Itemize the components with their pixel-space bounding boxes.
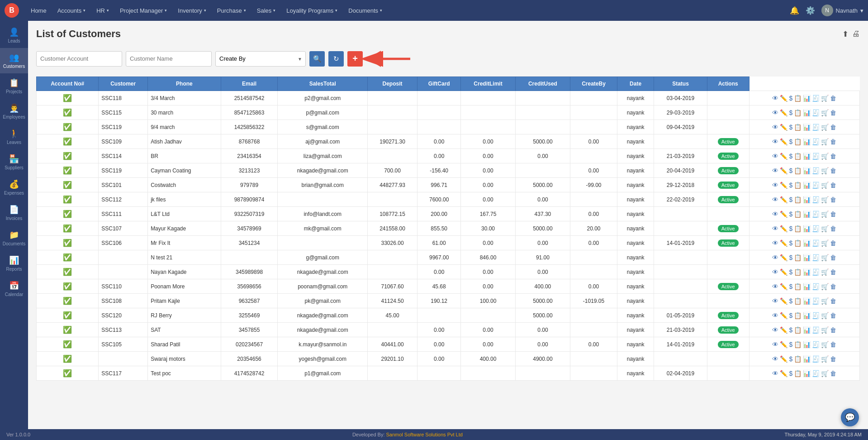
dev-company-link[interactable]: Sanmol Software Solutions Pvt Ltd <box>386 432 463 437</box>
invoice-icon[interactable]: 🧾 <box>812 124 820 131</box>
copy-icon[interactable]: 📋 <box>794 239 802 247</box>
invoice-icon[interactable]: 🧾 <box>812 239 820 247</box>
invoice-icon[interactable]: 🧾 <box>812 312 820 319</box>
delete-icon[interactable]: 🗑 <box>830 254 836 261</box>
add-customer-button[interactable]: + <box>347 51 363 67</box>
edit-icon[interactable]: ✏️ <box>780 95 787 102</box>
print-icon[interactable]: 🖨 <box>852 29 860 39</box>
copy-icon[interactable]: 📋 <box>794 124 802 131</box>
payment-icon[interactable]: $ <box>789 182 792 189</box>
report-icon[interactable]: 📊 <box>803 225 811 232</box>
delete-icon[interactable]: 🗑 <box>830 109 836 116</box>
sidebar-item-employees[interactable]: 👨‍💼 Employees <box>0 99 28 124</box>
cart-icon[interactable]: 🛒 <box>821 312 829 319</box>
cart-icon[interactable]: 🛒 <box>821 109 829 116</box>
invoice-icon[interactable]: 🧾 <box>812 153 820 160</box>
view-icon[interactable]: 👁 <box>772 254 778 261</box>
edit-icon[interactable]: ✏️ <box>780 109 787 116</box>
view-icon[interactable]: 👁 <box>772 283 778 290</box>
invoice-icon[interactable]: 🧾 <box>812 355 820 363</box>
customer-name-input[interactable] <box>126 51 212 67</box>
nav-inventory[interactable]: Inventory ▾ <box>172 0 211 21</box>
view-icon[interactable]: 👁 <box>772 109 778 116</box>
invoice-icon[interactable]: 🧾 <box>812 370 820 377</box>
sidebar-item-leaves[interactable]: 🚶 Leaves <box>0 124 28 149</box>
cart-icon[interactable]: 🛒 <box>821 283 829 290</box>
nav-sales[interactable]: Sales ▾ <box>251 0 281 21</box>
payment-icon[interactable]: $ <box>789 341 792 348</box>
delete-icon[interactable]: 🗑 <box>830 355 836 363</box>
delete-icon[interactable]: 🗑 <box>830 283 836 290</box>
delete-icon[interactable]: 🗑 <box>830 196 836 203</box>
delete-icon[interactable]: 🗑 <box>830 138 836 145</box>
view-icon[interactable]: 👁 <box>772 326 778 334</box>
sidebar-item-projects[interactable]: 📋 Projects <box>0 73 28 99</box>
report-icon[interactable]: 📊 <box>803 297 811 305</box>
invoice-icon[interactable]: 🧾 <box>812 297 820 305</box>
edit-icon[interactable]: ✏️ <box>780 210 787 218</box>
copy-icon[interactable]: 📋 <box>794 326 802 334</box>
edit-icon[interactable]: ✏️ <box>780 124 787 131</box>
edit-icon[interactable]: ✏️ <box>780 153 787 160</box>
edit-icon[interactable]: ✏️ <box>780 254 787 261</box>
nav-project-manager[interactable]: Project Manager ▾ <box>114 0 172 21</box>
sidebar-item-calendar[interactable]: 📅 Calendar <box>0 276 28 301</box>
delete-icon[interactable]: 🗑 <box>830 95 836 102</box>
copy-icon[interactable]: 📋 <box>794 312 802 319</box>
invoice-icon[interactable]: 🧾 <box>812 326 820 334</box>
delete-icon[interactable]: 🗑 <box>830 167 836 174</box>
settings-icon[interactable]: ⚙️ <box>806 6 815 15</box>
cart-icon[interactable]: 🛒 <box>821 182 829 189</box>
nav-accounts[interactable]: Accounts ▾ <box>52 0 91 21</box>
sidebar-item-expenses[interactable]: 💰 Expenses <box>0 175 28 200</box>
invoice-icon[interactable]: 🧾 <box>812 268 820 276</box>
invoice-icon[interactable]: 🧾 <box>812 196 820 203</box>
refresh-button[interactable]: ↻ <box>328 51 344 67</box>
sidebar-item-reports[interactable]: 📊 Reports <box>0 251 28 276</box>
cart-icon[interactable]: 🛒 <box>821 225 829 232</box>
view-icon[interactable]: 👁 <box>772 297 778 305</box>
invoice-icon[interactable]: 🧾 <box>812 167 820 174</box>
cart-icon[interactable]: 🛒 <box>821 95 829 102</box>
invoice-icon[interactable]: 🧾 <box>812 210 820 218</box>
cart-icon[interactable]: 🛒 <box>821 239 829 247</box>
cart-icon[interactable]: 🛒 <box>821 254 829 261</box>
delete-icon[interactable]: 🗑 <box>830 297 836 305</box>
delete-icon[interactable]: 🗑 <box>830 153 836 160</box>
edit-icon[interactable]: ✏️ <box>780 268 787 276</box>
report-icon[interactable]: 📊 <box>803 254 811 261</box>
delete-icon[interactable]: 🗑 <box>830 182 836 189</box>
report-icon[interactable]: 📊 <box>803 196 811 203</box>
copy-icon[interactable]: 📋 <box>794 210 802 218</box>
view-icon[interactable]: 👁 <box>772 124 778 131</box>
cart-icon[interactable]: 🛒 <box>821 370 829 377</box>
cart-icon[interactable]: 🛒 <box>821 153 829 160</box>
copy-icon[interactable]: 📋 <box>794 225 802 232</box>
report-icon[interactable]: 📊 <box>803 109 811 116</box>
copy-icon[interactable]: 📋 <box>794 167 802 174</box>
edit-icon[interactable]: ✏️ <box>780 312 787 319</box>
invoice-icon[interactable]: 🧾 <box>812 225 820 232</box>
copy-icon[interactable]: 📋 <box>794 254 802 261</box>
cart-icon[interactable]: 🛒 <box>821 326 829 334</box>
payment-icon[interactable]: $ <box>789 95 792 102</box>
copy-icon[interactable]: 📋 <box>794 95 802 102</box>
payment-icon[interactable]: $ <box>789 312 792 319</box>
payment-icon[interactable]: $ <box>789 109 792 116</box>
cart-icon[interactable]: 🛒 <box>821 268 829 276</box>
copy-icon[interactable]: 📋 <box>794 370 802 377</box>
edit-icon[interactable]: ✏️ <box>780 196 787 203</box>
view-icon[interactable]: 👁 <box>772 196 778 203</box>
report-icon[interactable]: 📊 <box>803 341 811 348</box>
nav-hr[interactable]: HR ▾ <box>91 0 114 21</box>
cart-icon[interactable]: 🛒 <box>821 341 829 348</box>
edit-icon[interactable]: ✏️ <box>780 182 787 189</box>
edit-icon[interactable]: ✏️ <box>780 167 787 174</box>
payment-icon[interactable]: $ <box>789 167 792 174</box>
delete-icon[interactable]: 🗑 <box>830 341 836 348</box>
invoice-icon[interactable]: 🧾 <box>812 254 820 261</box>
view-icon[interactable]: 👁 <box>772 153 778 160</box>
report-icon[interactable]: 📊 <box>803 283 811 290</box>
view-icon[interactable]: 👁 <box>772 370 778 377</box>
payment-icon[interactable]: $ <box>789 297 792 305</box>
